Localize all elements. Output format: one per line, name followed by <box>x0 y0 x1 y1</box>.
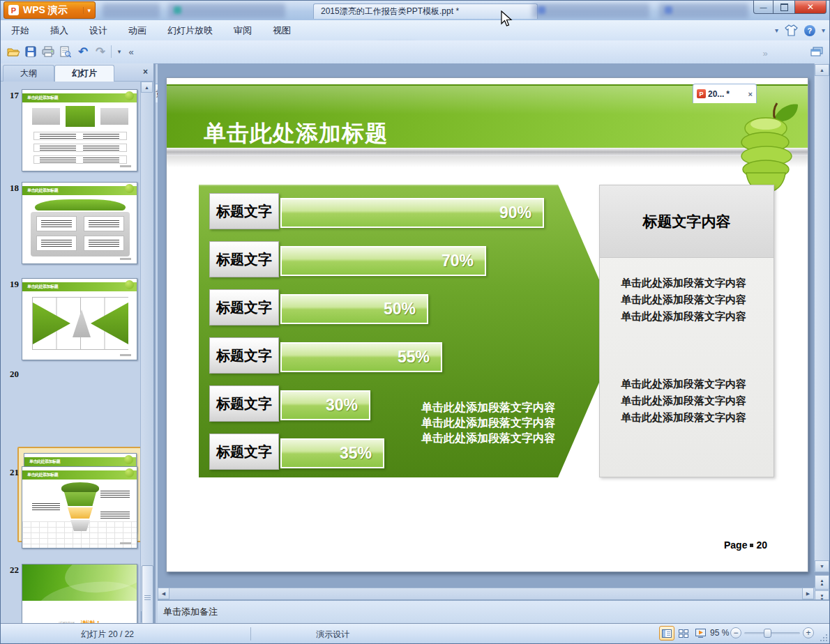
arrow-paragraph: 单击此处添加段落文字内容 <box>421 415 582 431</box>
slide-sorter-view-button[interactable] <box>676 626 691 641</box>
slide-number: 17 <box>2 90 19 101</box>
notes-pane[interactable]: 单击添加备注 <box>158 599 830 623</box>
scroll-up-icon[interactable]: ▲ <box>141 82 153 93</box>
bar-label[interactable]: 标题文字 <box>209 337 279 374</box>
modified-indicator: * <box>726 89 730 99</box>
content-panel[interactable]: 标题文字内容 单击此处添加段落文字内容 单击此处添加段落文字内容 单击此处添加段… <box>599 185 774 477</box>
mini-page-number <box>120 165 131 167</box>
document-tab-blurred[interactable] <box>532 3 649 18</box>
bar-fill-2[interactable]: 50% <box>280 294 428 324</box>
scroll-down-icon[interactable]: ▼ <box>815 560 829 572</box>
scroll-left-icon[interactable]: ◀ <box>158 588 169 599</box>
scroll-tabs-right-icon[interactable]: » <box>760 45 771 61</box>
mini-row <box>33 144 127 152</box>
mini-annotation <box>32 503 60 510</box>
normal-view-button[interactable] <box>659 626 674 641</box>
scroll-right-icon[interactable]: ▶ <box>802 588 814 599</box>
save-button[interactable] <box>22 43 39 60</box>
tab-slides[interactable]: 幻灯片 <box>54 65 114 82</box>
panel-paragraph: 单击此处添加段落文字内容 <box>621 291 760 308</box>
close-button[interactable]: ✕ <box>794 1 827 14</box>
panel-title[interactable]: 标题文字内容 <box>643 212 731 231</box>
skin-shirt-icon[interactable] <box>785 24 798 36</box>
tab-outline[interactable]: 大纲 <box>3 65 54 82</box>
mini-title-bar: 单击此处添加标题 <box>24 457 136 466</box>
minimize-button[interactable]: — <box>753 1 774 14</box>
toolbar-options-icon[interactable]: ▾ <box>114 43 125 60</box>
bar-fill-3[interactable]: 55% <box>280 342 442 372</box>
open-button[interactable] <box>5 43 22 60</box>
bar-label[interactable]: 标题文字 <box>209 193 279 229</box>
design-template-name[interactable]: 演示设计 <box>316 629 349 641</box>
slideshow-button[interactable] <box>693 626 708 641</box>
bar-fill-5[interactable]: 35% <box>280 438 384 468</box>
bar-label[interactable]: 标题文字 <box>209 241 279 277</box>
mini-apple-icon <box>125 91 134 100</box>
bar-label[interactable]: 标题文字 <box>209 385 279 422</box>
scroll-up-icon[interactable]: ▲ <box>815 64 829 76</box>
slide-thumbnail-18[interactable]: 单击此处添加标题 <box>22 182 137 264</box>
restore-icon <box>780 3 788 11</box>
mini-row <box>33 132 127 140</box>
mini-page-number <box>120 258 131 260</box>
redo-button[interactable]: ↷ <box>92 43 109 60</box>
slide-thumbnail-21[interactable]: 单击此处添加标题 <box>22 466 137 549</box>
slide-thumbnail-17[interactable]: 单击此处添加标题 <box>22 89 137 171</box>
bar-fill-1[interactable]: 70% <box>280 246 486 276</box>
undo-button[interactable]: ↶ <box>75 43 91 60</box>
arrow-paragraph-block[interactable]: 单击此处添加段落文字内容 单击此处添加段落文字内容 单击此处添加段落文字内容 <box>421 400 582 446</box>
document-tab-blurred[interactable] <box>103 3 160 18</box>
collapse-ribbon-icon[interactable]: ▾ <box>775 26 778 34</box>
bar-label[interactable]: 标题文字 <box>209 434 279 470</box>
slide-thumbnail-19[interactable]: 单击此处添加标题 <box>22 278 137 360</box>
stripe-shadow <box>167 156 808 167</box>
thumbnail-scrollbar[interactable]: ▲ ▼ <box>140 82 153 623</box>
close-panel-icon[interactable]: × <box>143 67 148 77</box>
menu-item-insert[interactable]: 插入 <box>40 20 79 40</box>
horizontal-scrollbar[interactable] <box>158 588 814 599</box>
zoom-in-button[interactable]: + <box>803 627 814 638</box>
vertical-scrollbar[interactable] <box>814 63 829 572</box>
menu-item-home[interactable]: 开始 <box>1 20 40 40</box>
zoom-slider-track[interactable] <box>744 632 800 634</box>
document-tab-blurred[interactable] <box>168 3 285 18</box>
scroll-tabs-left-icon[interactable]: « <box>125 43 137 60</box>
mini-row <box>33 155 127 164</box>
wps-menu-button[interactable]: P WPS 演示 ▾ <box>3 1 96 19</box>
help-icon[interactable]: ? <box>804 25 815 36</box>
help-dropdown-icon[interactable]: ▾ <box>822 26 825 34</box>
mini-apple-icon <box>125 468 134 477</box>
document-icon <box>665 6 672 14</box>
mini-shape <box>32 108 60 125</box>
menu-item-slideshow[interactable]: 幻灯片放映 <box>157 20 223 40</box>
resize-grip[interactable] <box>820 634 828 642</box>
restore-button[interactable] <box>774 1 794 14</box>
panel-paragraph: 单击此处添加段落文字内容 <box>621 392 760 409</box>
panel-paragraphs-bottom[interactable]: 单击此处添加段落文字内容 单击此处添加段落文字内容 单击此处添加段落文字内容 <box>621 376 760 426</box>
file-tab-active[interactable]: P 20... * × <box>693 84 757 103</box>
previous-slide-button[interactable]: ▲▲ <box>815 575 829 590</box>
document-tab-blurred[interactable] <box>659 3 748 18</box>
menu-item-view[interactable]: 视图 <box>262 20 301 40</box>
close-tab-icon[interactable]: × <box>748 90 753 98</box>
print-preview-button[interactable] <box>57 43 74 60</box>
bar-label-text: 标题文字 <box>216 346 272 365</box>
slide-title[interactable]: 单击此处添加标题 <box>204 118 388 149</box>
chevron-down-icon[interactable]: ▾ <box>83 7 91 14</box>
menu-item-review[interactable]: 审阅 <box>223 20 262 40</box>
scrollbar-thumb[interactable] <box>142 565 153 629</box>
slide-thumbnail-22[interactable]: 汇报完毕， 谢谢！ <box>22 564 137 623</box>
bar-label[interactable]: 标题文字 <box>209 289 279 325</box>
slide-canvas[interactable]: 单击此处添加标题 标题文字 90% 标题文字 70% 标题文字 50% <box>166 77 808 572</box>
panel-paragraphs-top[interactable]: 单击此处添加段落文字内容 单击此处添加段落文字内容 单击此处添加段落文字内容 <box>621 275 760 325</box>
zoom-out-button[interactable]: − <box>730 627 741 638</box>
zoom-slider-thumb[interactable] <box>764 629 771 638</box>
bar-fill-4[interactable]: 30% <box>280 390 370 420</box>
menu-item-animation[interactable]: 动画 <box>118 20 157 40</box>
switch-windows-button[interactable] <box>808 43 825 60</box>
floppy-save-icon <box>25 46 36 57</box>
mini-title-bar: 单击此处添加标题 <box>22 93 137 102</box>
print-button[interactable] <box>40 43 56 60</box>
bar-fill-0[interactable]: 90% <box>280 198 544 228</box>
menu-item-design[interactable]: 设计 <box>79 20 118 40</box>
